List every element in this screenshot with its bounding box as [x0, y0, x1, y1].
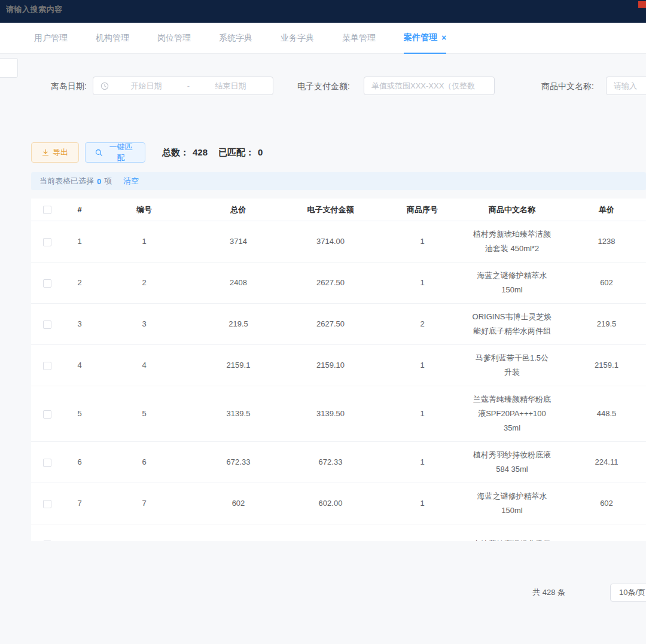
page-size-value: 10条/页 — [619, 587, 645, 598]
page: 用户管理 机构管理 岗位管理 系统字典 业务字典 菜单管理 案件管理 × 离岛日… — [0, 0, 646, 644]
cell-total-price: 672.33 — [192, 449, 285, 475]
header-unit-price: 单价 — [556, 200, 646, 219]
collapsed-panel-stub[interactable] — [0, 58, 18, 78]
one-click-match-label: 一键匹配 — [106, 142, 135, 163]
cell-product-name: 马爹利蓝带干邑1.5公升装 — [468, 345, 556, 386]
row-checkbox[interactable] — [43, 410, 51, 419]
tab-case-management-label: 案件管理 — [404, 32, 437, 43]
cell-unit-price: 2159.1 — [556, 352, 646, 379]
tab-org-management[interactable]: 机构管理 — [96, 23, 129, 54]
page-size-select[interactable]: 10条/页 — [610, 584, 646, 602]
cell-product-seq: 1 — [376, 401, 468, 427]
one-click-match-button[interactable]: 一键匹配 — [85, 142, 145, 163]
top-bar — [0, 0, 646, 23]
row-checkbox[interactable] — [43, 362, 51, 370]
cell-index: 4 — [63, 352, 96, 379]
cell-product-name: 植村秀羽纱持妆粉底液584 35ml — [468, 442, 556, 483]
date-range-separator: - — [181, 81, 196, 90]
selection-prefix: 当前表格已选择 — [39, 176, 94, 187]
date-range-input[interactable]: 开始日期 - 结束日期 — [93, 77, 273, 95]
header-product-name: 商品中文名称 — [468, 200, 556, 219]
cell-product-seq: 1 — [376, 228, 468, 255]
table-row: 7 7 602 602.00 1 海蓝之谜修护精萃水 150ml 602 — [31, 483, 646, 524]
tab-business-dict[interactable]: 业务字典 — [281, 23, 314, 54]
product-name-placeholder: 请输入 — [614, 81, 637, 91]
row-checkbox[interactable] — [43, 500, 51, 508]
clock-icon — [100, 82, 109, 90]
cell-index: 1 — [63, 228, 96, 255]
selection-suffix: 项 — [104, 176, 112, 187]
product-name-input[interactable]: 请输入 — [606, 77, 646, 95]
end-date-placeholder: 结束日期 — [196, 81, 266, 91]
row-checkbox[interactable] — [43, 321, 51, 329]
download-icon — [42, 149, 49, 156]
cell-total-price: 219.5 — [192, 311, 285, 337]
cell-epay-amount: 3139.50 — [285, 401, 376, 427]
total-label: 总数： — [162, 147, 189, 158]
cell-epay-amount: 2627.50 — [285, 311, 376, 337]
tab-bar: 用户管理 机构管理 岗位管理 系统字典 业务字典 菜单管理 案件管理 × — [0, 23, 646, 54]
cell-epay-amount: 1066.47 — [285, 531, 376, 541]
cell-product-seq: 1 — [376, 531, 468, 541]
row-checkbox[interactable] — [43, 541, 51, 541]
tab-system-dict[interactable]: 系统字典 — [219, 23, 252, 54]
table-row: 4 4 2159.1 2159.10 1 马爹利蓝带干邑1.5公升装 2159.… — [31, 345, 646, 386]
row-checkbox[interactable] — [43, 459, 51, 467]
cell-epay-amount: 2159.10 — [285, 352, 376, 379]
cell-code: 1 — [96, 228, 192, 255]
global-search-input[interactable] — [6, 5, 150, 14]
cell-index: 6 — [63, 449, 96, 475]
cell-total-price: 3139.5 — [192, 401, 285, 427]
cell-product-name: 海蓝之谜修护精萃水 150ml — [468, 263, 556, 303]
total-value: 428 — [193, 147, 208, 158]
cell-product-seq: 1 — [376, 490, 468, 517]
stats-text: 总数： 428 已匹配： 0 — [162, 147, 263, 158]
epay-amount-input[interactable]: 单值或范围XXX-XXX（仅整数 — [364, 77, 495, 95]
cell-epay-amount: 672.33 — [285, 449, 376, 475]
tab-user-management[interactable]: 用户管理 — [34, 23, 68, 54]
cell-index: 3 — [63, 311, 96, 337]
selection-bar: 当前表格已选择 0 项 清空 — [31, 172, 646, 190]
cell-code: 4 — [96, 352, 192, 379]
cell-epay-amount: 2627.50 — [285, 270, 376, 296]
table-row: 3 3 219.5 2627.50 2 ORIGINS韦博士灵芝焕能好底子精华水… — [31, 304, 646, 345]
cell-code: 8 — [96, 531, 192, 541]
cell-total-price: 2408 — [192, 270, 285, 296]
table-header-row: # 编号 总价 电子支付金额 商品序号 商品中文名称 单价 — [31, 199, 646, 221]
table-body: 1 1 3714 3714.00 1 植村秀新琥珀臻萃洁颜油套装 450ml*2… — [31, 221, 646, 541]
row-checkbox[interactable] — [43, 238, 51, 246]
export-button[interactable]: 导出 — [31, 142, 79, 163]
header-epay-amount: 电子支付金额 — [285, 200, 376, 219]
cell-total-price: 1066.47 — [192, 531, 285, 541]
table-row: 2 2 2408 2627.50 1 海蓝之谜修护精萃水 150ml 602 — [31, 263, 646, 304]
cell-code: 5 — [96, 401, 192, 427]
search-icon — [95, 149, 103, 157]
tab-menu-management[interactable]: 菜单管理 — [342, 23, 376, 54]
cell-unit-price: 602 — [556, 490, 646, 517]
cell-total-price: 602 — [192, 490, 285, 517]
cell-product-name: 植村秀新琥珀臻萃洁颜油套装 450ml*2 — [468, 221, 556, 262]
cell-index: 8 — [63, 531, 96, 541]
select-all-checkbox[interactable] — [43, 206, 51, 214]
clear-selection-link[interactable]: 清空 — [123, 176, 139, 187]
cell-index: 7 — [63, 490, 96, 517]
matched-value: 0 — [258, 147, 263, 158]
cell-unit-price: 219.5 — [556, 311, 646, 337]
cell-product-name: 海蓝之谜修护精萃水 150ml — [468, 483, 556, 524]
tab-post-management[interactable]: 岗位管理 — [157, 23, 191, 54]
cell-total-price: 2159.1 — [192, 352, 285, 379]
tab-close-icon[interactable]: × — [441, 33, 446, 42]
start-date-placeholder: 开始日期 — [111, 81, 181, 91]
row-checkbox[interactable] — [43, 279, 51, 288]
matched-label: 已匹配： — [218, 147, 254, 158]
cell-code: 2 — [96, 270, 192, 296]
product-name-label: 商品中文名称: — [541, 77, 594, 96]
table-row: 8 8 1066.47 1066.47 1 卡诗菁纯亮泽经典香氛 533.23 — [31, 524, 646, 541]
pagination-total: 共 428 条 — [532, 583, 565, 602]
cell-code: 3 — [96, 311, 192, 337]
cell-code: 6 — [96, 449, 192, 475]
export-button-label: 导出 — [53, 147, 68, 158]
tab-case-management[interactable]: 案件管理 × — [404, 23, 446, 54]
cell-unit-price: 448.5 — [556, 401, 646, 427]
cell-unit-price: 224.11 — [556, 449, 646, 475]
